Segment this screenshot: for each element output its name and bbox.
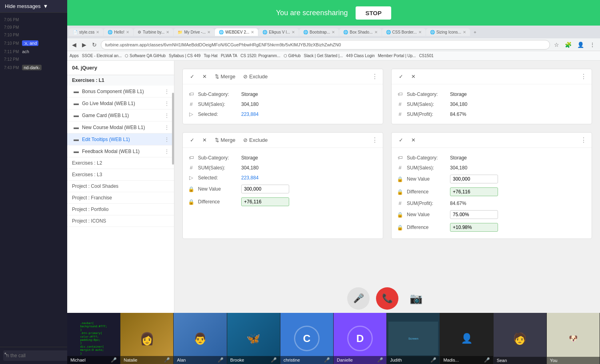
bookmark-cs1501[interactable]: CS1501 — [419, 54, 434, 58]
card-1-close-button[interactable]: ✕ — [200, 72, 209, 81]
tab-close-3[interactable]: ✕ — [166, 30, 169, 34]
more-button[interactable]: ⋮ — [588, 41, 597, 49]
tab-close-6[interactable]: ✕ — [292, 30, 295, 34]
card-4-diff1-input[interactable] — [450, 187, 498, 196]
participant-sean[interactable]: 🧑 Sean — [494, 313, 547, 364]
card-4-diff1-row: 🔒 Difference — [396, 185, 587, 198]
card-4-more-icon[interactable]: ⋮ — [580, 136, 587, 144]
madison-mute-icon: 🎤 — [484, 357, 490, 363]
tab-close-1[interactable]: ✕ — [96, 30, 99, 34]
card-4-close-button[interactable]: ✕ — [409, 136, 418, 144]
bookmark-cs1520[interactable]: CS 1520: Programm... — [240, 54, 280, 58]
card-3-merge-button[interactable]: ⇅ Merge — [212, 136, 238, 144]
card-3-check-button[interactable]: ✓ — [188, 136, 197, 144]
browser-tab-4[interactable]: 📁My Drive -...✕ — [174, 28, 214, 36]
bookmark-plwa[interactable]: PLWA TA — [221, 54, 237, 58]
sidebar-item-golive[interactable]: ▬ Go Live Modal (WEB L1) ⋮ — [67, 97, 174, 109]
tab-close-9[interactable]: ✕ — [418, 30, 422, 34]
mic-button[interactable]: 🎤 — [347, 287, 370, 310]
card-3-newvalue-input[interactable] — [241, 185, 289, 193]
card-1-check-button[interactable]: ✓ — [188, 72, 197, 81]
participant-you[interactable]: 🐶 You — [547, 313, 600, 364]
new-tab-button[interactable]: ＋ — [470, 28, 480, 36]
sidebar-section-l2[interactable]: Exercises : L2 — [67, 157, 174, 169]
menu-icon-gamecard[interactable]: ⋮ — [164, 113, 169, 118]
participant-brooke[interactable]: 🦋 Brooke 🎤 — [227, 313, 280, 364]
browser-tab-1[interactable]: 📄style.css✕ — [69, 28, 103, 36]
card-3-more-icon[interactable]: ⋮ — [372, 136, 378, 144]
participant-judith[interactable]: Screen Judith 🎤 — [387, 313, 440, 364]
bookmark-slack[interactable]: Slack | Get Started |... — [304, 54, 343, 58]
tab-close-4[interactable]: ✕ — [207, 30, 210, 34]
browser-tab-2[interactable]: 🌐Hello!✕ — [104, 28, 133, 36]
sidebar-section-portfolio[interactable]: Project : Portfolio — [67, 204, 174, 215]
tab-close-10[interactable]: ✕ — [463, 30, 466, 34]
sidebar-item-gamecard[interactable]: ▬ Game Card (WEB L1) ⋮ — [67, 109, 174, 121]
bookmark-button[interactable]: ☆ — [552, 41, 561, 49]
card-1-exclude-button[interactable]: ⊘ Exclude — [241, 72, 270, 81]
profile-button[interactable]: 👤 — [576, 41, 586, 49]
sidebar-scrollbar[interactable] — [172, 93, 174, 165]
menu-icon-golive[interactable]: ⋮ — [164, 101, 169, 106]
browser-tab-5[interactable]: 🌐WEBDEV 2...✕ — [215, 28, 258, 36]
card-4-newvalue2-input[interactable] — [450, 210, 498, 219]
chat-input[interactable] — [3, 350, 70, 361]
address-bar[interactable]: turbine.upstream.app/classes/6vmNH1IMAeB… — [101, 40, 550, 50]
bookmark-449[interactable]: 449 Class Login — [346, 54, 375, 58]
tab-close-8[interactable]: ✕ — [374, 30, 378, 34]
participant-alan[interactable]: 👨 Alan 🎤 — [174, 313, 227, 364]
bookmark-portal[interactable]: Member Portal | Up... — [378, 54, 416, 58]
participant-michael[interactable]: .navbar{background:#fff;}.btn-primary{co… — [67, 313, 120, 364]
tab-close-7[interactable]: ✕ — [332, 30, 335, 34]
sidebar-item-edittooltips[interactable]: ▬ Edit Tooltips (WEB L1) ⋮ — [67, 133, 174, 145]
card-1-more-icon[interactable]: ⋮ — [372, 73, 378, 80]
end-call-button[interactable]: 📞 — [376, 287, 398, 310]
menu-icon-newcourse[interactable]: ⋮ — [164, 125, 169, 130]
bookmark-apps[interactable]: Apps — [70, 54, 79, 58]
participant-natalie[interactable]: 👩 Natalie 🎤 — [120, 313, 174, 364]
card-4-newvalue1-input[interactable] — [450, 175, 498, 183]
tab-close-2[interactable]: ✕ — [126, 30, 129, 34]
refresh-button[interactable]: ↻ — [90, 41, 98, 49]
browser-tab-9[interactable]: 🌐CSS Border...✕ — [382, 28, 426, 36]
sidebar-section-l3[interactable]: Exercises : L3 — [67, 169, 174, 181]
sidebar-section-icons[interactable]: Project : ICONS — [67, 215, 174, 227]
extensions-button[interactable]: 🧩 — [563, 41, 573, 49]
forward-button[interactable]: ▶ — [80, 41, 88, 49]
browser-tab-3[interactable]: ⚙Turbine by...✕ — [134, 28, 173, 36]
tab-close-5[interactable]: ✕ — [251, 30, 254, 34]
participant-madison[interactable]: 👤 Madis... 🎤 — [440, 313, 493, 364]
sidebar-item-feedback[interactable]: ▬ Feedback Modal (WEB L1) ⋮ — [67, 145, 174, 157]
bookmark-github[interactable]: ⬡ GitHub — [284, 54, 301, 58]
card-1-merge-button[interactable]: ⇅ Merge — [212, 72, 238, 81]
card-3-diff-input[interactable] — [241, 197, 289, 206]
sidebar-item-bonus[interactable]: ▬ Bonus Component (WEB L1) ⋮ — [67, 86, 174, 97]
stop-screenshare-button[interactable]: STOP — [356, 6, 391, 20]
bookmark-tophat[interactable]: Top Hat — [204, 54, 217, 58]
bookmark-ssoe[interactable]: SSOE - Electrical an... — [82, 54, 122, 58]
card-2-more-icon[interactable]: ⋮ — [580, 73, 587, 80]
sidebar-section-franchise[interactable]: Project : Franchise — [67, 192, 174, 204]
card-3-close-button[interactable]: ✕ — [200, 136, 209, 144]
card-4-diff2-input[interactable] — [450, 223, 498, 232]
menu-icon-feedback[interactable]: ⋮ — [164, 149, 169, 154]
card-2-close-button[interactable]: ✕ — [409, 72, 418, 81]
sidebar-item-newcourse[interactable]: ▬ New Course Modal (WEB L1) ⋮ — [67, 121, 174, 133]
browser-tab-10[interactable]: 🌐Sizing Icons...✕ — [426, 28, 470, 36]
browser-tab-8[interactable]: 🌐Box Shado...✕ — [339, 28, 381, 36]
back-button[interactable]: ◀ — [70, 41, 78, 49]
sidebar-section-coolshades[interactable]: Project : Cool Shades — [67, 181, 174, 192]
participant-danielle[interactable]: D Danielle 🎤 — [334, 313, 387, 364]
hide-messages-button[interactable]: Hide messages ▼ — [0, 0, 67, 13]
browser-tab-6[interactable]: 🌐Elkpus V l...✕ — [258, 28, 299, 36]
card-4-check-button[interactable]: ✓ — [396, 136, 406, 144]
bookmark-syllabus[interactable]: Syllabus | CS 449 — [169, 54, 200, 58]
card-3-exclude-button[interactable]: ⊘ Exclude — [241, 136, 270, 144]
bookmark-github-qa[interactable]: ⬡ Software QA GitHub — [125, 54, 166, 58]
menu-icon-edittooltips[interactable]: ⋮ — [164, 137, 169, 142]
camera-button[interactable]: 📷 — [405, 287, 427, 310]
browser-tab-7[interactable]: 🌐Bootstrap...✕ — [299, 28, 339, 36]
menu-icon-bonus[interactable]: ⋮ — [164, 89, 169, 94]
card-2-check-button[interactable]: ✓ — [396, 72, 406, 81]
participant-christine[interactable]: C christine 🎤 — [280, 313, 334, 364]
